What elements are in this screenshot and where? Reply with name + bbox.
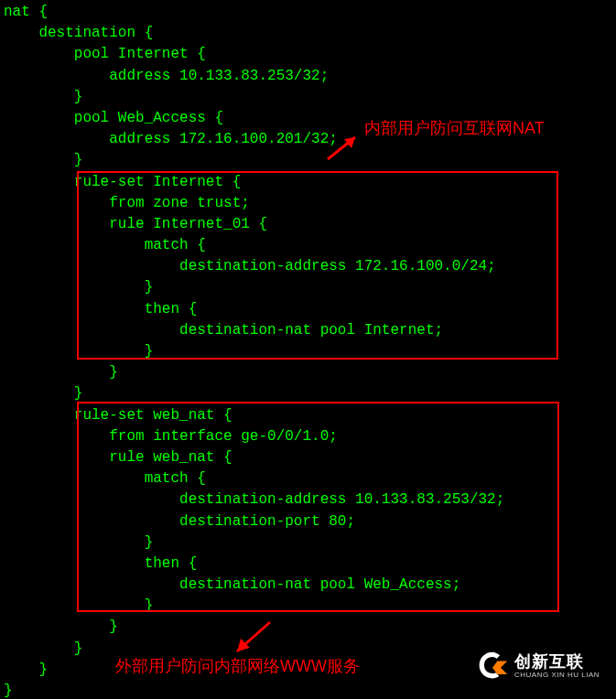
watermark-logo: 创新互联 CHUANG XIN HU LIAN [476,650,600,683]
annotation-bottom: 外部用户防问内部网络WWW服务 [115,655,360,677]
code-line: then { [4,301,197,317]
code-line: address 172.16.100.201/32; [4,131,338,147]
annotation-top: 内部用户防问互联网NAT [364,117,545,139]
code-line: } [4,597,153,614]
code-line: } [4,683,13,699]
code-line: } [4,661,48,678]
code-line: destination { [4,25,153,41]
code-line: address 10.133.83.253/32; [4,68,329,84]
code-line: } [4,89,82,105]
code-line: from zone trust; [4,195,250,211]
code-line: destination-address 10.133.83.253/32; [4,491,504,508]
code-line: destination-nat pool Web_Access; [4,576,460,593]
code-line: } [4,152,82,168]
code-line: from interface ge-0/0/1.0; [4,428,338,445]
code-line: destination-nat pool Internet; [4,322,443,339]
logo-icon [476,650,509,683]
code-line: } [4,385,82,402]
code-line: } [4,534,153,551]
code-line: pool Web_Access { [4,110,223,126]
code-line: nat { [4,4,48,20]
code-line: match { [4,237,206,253]
code-line: } [4,279,153,296]
logo-subtitle: CHUANG XIN HU LIAN [514,672,600,680]
code-line: then { [4,555,197,572]
code-line: destination-port 80; [4,513,355,530]
code-line: rule Internet_01 { [4,216,267,232]
code-line: rule web_nat { [4,449,232,466]
logo-text: 创新互联 CHUANG XIN HU LIAN [514,653,600,680]
code-line: match { [4,470,206,487]
code-line: } [4,343,153,360]
code-line: } [4,640,82,657]
svg-marker-4 [492,661,507,674]
code-line: destination-address 172.16.100.0/24; [4,258,496,274]
code-line: rule-set web_nat { [4,407,232,424]
code-line: } [4,364,118,381]
code-line: rule-set Internet { [4,174,241,190]
config-code-block: nat { destination { pool Internet { addr… [0,0,616,699]
code-line: pool Internet { [4,46,206,62]
code-line: } [4,618,118,635]
logo-title: 创新互联 [514,653,600,672]
